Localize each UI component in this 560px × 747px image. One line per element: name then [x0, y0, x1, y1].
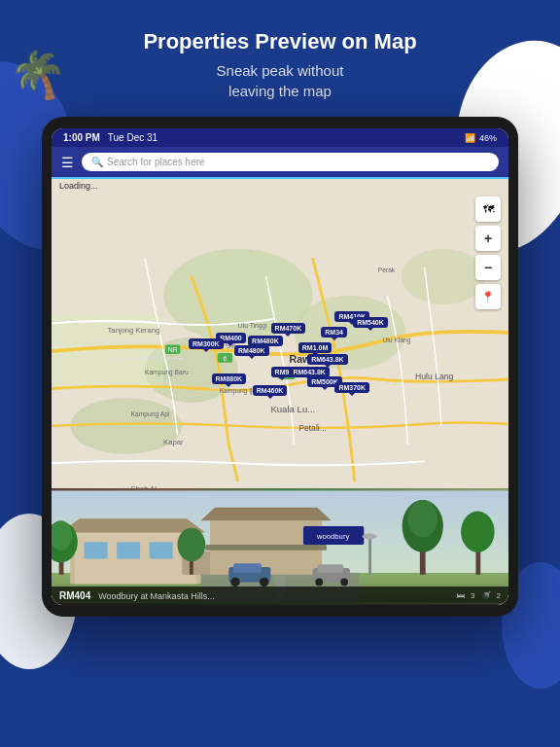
layers-control[interactable]: 🗺 — [475, 196, 501, 222]
svg-text:6: 6 — [224, 355, 228, 362]
svg-point-59 — [315, 579, 323, 587]
header-section: Properties Preview on Map Sneak peak wit… — [0, 0, 560, 117]
bath-icon: 🚿 — [481, 591, 491, 600]
property-pin-15[interactable]: RM880K — [212, 374, 247, 384]
svg-text:Kampung Ijk: Kampung Ijk — [220, 387, 257, 395]
preview-panel[interactable]: woodbury — [52, 488, 508, 605]
battery-level: 46% — [479, 133, 497, 143]
status-bar: 1:00 PM Tue Dec 31 📶 46% — [52, 128, 508, 147]
svg-text:Ulu Klang: Ulu Klang — [383, 337, 411, 344]
preview-property-name: Woodbury at Mankasta Hills... — [98, 591, 449, 601]
svg-point-56 — [260, 578, 269, 587]
svg-point-50 — [407, 500, 438, 537]
property-pin-14[interactable]: RM370K — [334, 382, 369, 393]
property-pin-5[interactable]: RM480K — [234, 345, 269, 356]
subtitle-line2: leaving the map — [228, 83, 332, 99]
page-subtitle: Sneak peak without leaving the map — [0, 60, 560, 101]
svg-point-55 — [230, 578, 240, 587]
property-pin-7[interactable]: RM34 — [321, 327, 347, 338]
tablet-frame: 1:00 PM Tue Dec 31 📶 46% ☰ 🔍 Search for … — [42, 117, 518, 617]
svg-point-5 — [402, 249, 485, 305]
zoom-out-control[interactable]: − — [475, 255, 501, 280]
svg-rect-61 — [368, 537, 371, 574]
bed-icon: 🛏 — [457, 591, 465, 600]
search-input[interactable]: 🔍 Search for places here — [82, 153, 499, 171]
status-icons: 📶 46% — [465, 133, 497, 143]
property-pin-9[interactable]: RM300K — [189, 338, 224, 349]
svg-rect-35 — [117, 542, 140, 558]
svg-rect-40 — [205, 545, 327, 551]
preview-info-bar[interactable]: RM404 Woodbury at Mankasta Hills... 🛏 3 … — [52, 587, 508, 605]
search-icon: 🔍 — [91, 157, 103, 167]
svg-text:NR: NR — [168, 346, 178, 353]
svg-point-52 — [461, 512, 495, 552]
wifi-icon: 📶 — [465, 133, 475, 143]
my-location-control[interactable]: 📍 — [475, 284, 501, 309]
svg-point-62 — [362, 534, 376, 540]
svg-text:Kampung Baru: Kampung Baru — [145, 369, 189, 376]
svg-text:Perak: Perak — [378, 267, 396, 273]
property-pin-3[interactable]: RM470K — [271, 323, 306, 334]
status-date: Tue Dec 31 — [108, 132, 158, 143]
map-controls: 🗺 + − 📍 — [475, 196, 501, 309]
svg-text:Petali...: Petali... — [298, 423, 327, 433]
property-pin-10[interactable]: RM643.8K — [307, 354, 347, 365]
svg-text:Kapar: Kapar — [163, 438, 184, 446]
svg-marker-39 — [200, 508, 331, 520]
plus-icon: + — [484, 231, 492, 246]
beds-count: 3 — [471, 591, 474, 600]
svg-rect-58 — [317, 564, 343, 573]
page-title: Properties Preview on Map — [0, 29, 560, 54]
preview-details: 🛏 3 🚿 2 — [457, 591, 501, 600]
search-bar: ☰ 🔍 Search for places here — [52, 147, 508, 177]
svg-rect-34 — [85, 542, 108, 558]
status-time: 1:00 PM — [63, 132, 100, 143]
property-pin-12[interactable]: RM9 — [271, 367, 294, 377]
property-pin-8[interactable]: RM540K — [353, 317, 388, 328]
svg-rect-54 — [233, 563, 262, 573]
svg-text:Kampung Api: Kampung Api — [131, 410, 170, 418]
location-icon: 📍 — [481, 291, 495, 303]
property-pin-6[interactable]: RM1.0M — [298, 342, 332, 353]
svg-point-60 — [340, 579, 348, 587]
svg-point-47 — [177, 528, 205, 562]
search-placeholder: Search for places here — [107, 157, 205, 167]
property-pin-16[interactable]: RM460K — [253, 385, 288, 396]
zoom-in-control[interactable]: + — [475, 226, 501, 251]
map-area[interactable]: Loading... — [52, 177, 508, 488]
subtitle-line1: Sneak peak without — [217, 62, 344, 79]
loading-bar — [52, 177, 508, 179]
svg-text:Hulu Lang: Hulu Lang — [415, 372, 454, 381]
svg-text:woodbury: woodbury — [316, 532, 349, 541]
svg-text:Tanjong Kerang: Tanjong Kerang — [108, 326, 160, 335]
tablet-screen: 1:00 PM Tue Dec 31 📶 46% ☰ 🔍 Search for … — [52, 128, 508, 605]
svg-text:Kuala Lu...: Kuala Lu... — [270, 404, 315, 414]
preview-price: RM404 — [59, 590, 90, 601]
hamburger-icon[interactable]: ☰ — [61, 155, 74, 170]
baths-count: 2 — [497, 591, 501, 600]
svg-rect-36 — [150, 542, 173, 558]
loading-text: Loading... — [59, 181, 98, 191]
svg-text:Ulu Tinggi: Ulu Tinggi — [238, 322, 267, 330]
svg-marker-33 — [61, 518, 206, 532]
device-wrapper: 1:00 PM Tue Dec 31 📶 46% ☰ 🔍 Search for … — [0, 117, 560, 617]
layers-icon: 🗺 — [483, 203, 494, 215]
minus-icon: − — [484, 260, 492, 275]
